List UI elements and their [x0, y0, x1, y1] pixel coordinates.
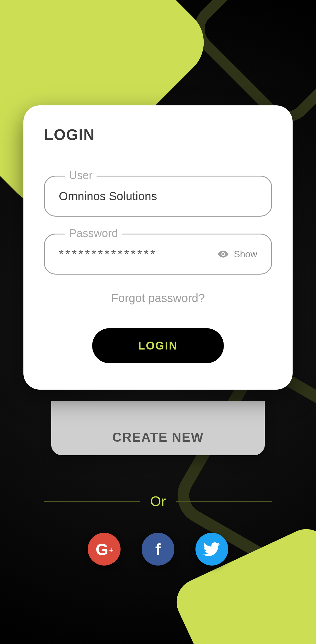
divider-line: [44, 501, 140, 502]
password-field-border: Show: [44, 234, 272, 275]
or-text: Or: [150, 493, 166, 509]
forgot-password-link[interactable]: Forgot password?: [44, 292, 272, 305]
show-label: Show: [234, 249, 257, 260]
divider-line: [176, 501, 272, 502]
password-input[interactable]: [59, 247, 217, 261]
create-new-button[interactable]: CREATE NEW: [51, 401, 265, 455]
facebook-button[interactable]: f: [142, 533, 174, 566]
password-field-wrap: Password Show: [44, 234, 272, 275]
social-login-row: G+ f: [0, 533, 316, 566]
create-new-label: CREATE NEW: [112, 430, 204, 445]
user-field-wrap: User: [44, 176, 272, 217]
google-icon: G+: [96, 540, 113, 559]
google-plus-button[interactable]: G+: [88, 533, 121, 566]
user-label: User: [65, 169, 97, 182]
login-card: LOGIN User Password Show Forgot password…: [23, 105, 293, 390]
facebook-icon: f: [155, 540, 161, 559]
user-field-border: [44, 176, 272, 217]
login-button[interactable]: LOGIN: [92, 328, 224, 363]
twitter-button[interactable]: [195, 533, 228, 566]
password-label: Password: [65, 227, 122, 240]
show-password-toggle[interactable]: Show: [217, 248, 257, 260]
or-divider: Or: [44, 493, 272, 509]
eye-icon: [217, 248, 229, 260]
login-title: LOGIN: [44, 126, 272, 143]
user-input[interactable]: [59, 190, 257, 203]
twitter-icon: [203, 540, 221, 558]
